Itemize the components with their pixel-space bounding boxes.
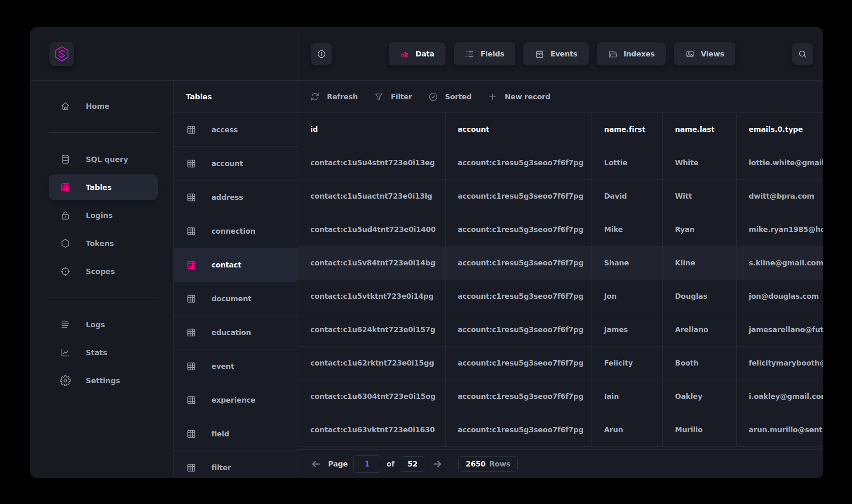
refresh-icon: [310, 91, 320, 102]
cell-account: account:c1resu5g3seoo7f6f7pg: [445, 380, 591, 413]
cell-emails-0-type: felicitymarybooth@gmail.com: [736, 347, 823, 380]
hexagon-icon: [60, 238, 71, 249]
cell-name-first: Jon: [591, 280, 662, 313]
cell-emails-0-type: s.kline@gmail.com: [736, 246, 823, 280]
row-count-badge: 2650 Rows: [458, 456, 518, 472]
cell-name-first: Mike: [591, 213, 662, 246]
column-header-account: account: [445, 113, 591, 146]
table-row[interactable]: contact:c1u5u4stnt723e0i13egaccount:c1re…: [298, 146, 823, 180]
chart-line-icon: [60, 347, 71, 358]
sidebar: HomeSQL queryTablesLoginsTokensScopesLog…: [30, 81, 173, 478]
table-name: field: [211, 430, 229, 438]
table-list-item-document[interactable]: document: [174, 282, 298, 316]
lock-open-icon: [60, 210, 71, 221]
tables-list: accessaccountaddressconnectioncontactdoc…: [174, 113, 298, 478]
app-window: DataFieldsEventsIndexesViews HomeSQL que…: [30, 27, 823, 478]
row-count-label: Rows: [489, 460, 510, 468]
sidebar-item-stats[interactable]: Stats: [49, 340, 158, 365]
cell-name-last: Witt: [662, 180, 736, 213]
tab-indexes[interactable]: Indexes: [597, 42, 666, 66]
sidebar-item-logins[interactable]: Logins: [49, 202, 158, 228]
cell-id: contact:c1u63vktnt723e0i1630: [298, 413, 445, 447]
table-list-item-field[interactable]: field: [174, 417, 298, 451]
tab-data[interactable]: Data: [389, 42, 446, 66]
tab-label: Events: [550, 50, 577, 58]
records-table: idaccountname.firstname.lastemails.0.typ…: [298, 113, 823, 447]
tab-fields[interactable]: Fields: [454, 42, 516, 66]
row-count: 2650: [466, 460, 486, 468]
table-row[interactable]: contact:c1u5uactnt723e0i13lgaccount:c1re…: [298, 180, 823, 213]
home-icon: [60, 101, 71, 112]
refresh-button[interactable]: Refresh: [310, 91, 358, 102]
table-grid-icon: [60, 182, 71, 193]
table-name: education: [211, 328, 251, 337]
tables-panel: Tables accessaccountaddressconnectioncon…: [173, 81, 298, 478]
table-list-item-contact[interactable]: contact: [174, 248, 298, 282]
of-label: of: [387, 460, 394, 468]
info-button[interactable]: [311, 43, 332, 65]
sidebar-item-scopes[interactable]: Scopes: [49, 258, 158, 284]
table-list-item-account[interactable]: account: [174, 147, 298, 181]
sidebar-item-settings[interactable]: Settings: [49, 368, 158, 393]
cell-account: account:c1resu5g3seoo7f6f7pg: [445, 280, 591, 313]
next-page-button[interactable]: [431, 457, 444, 471]
sidebar-item-label: Settings: [86, 376, 120, 385]
search-button[interactable]: [792, 43, 813, 65]
folder-open-icon: [608, 49, 618, 59]
table-grid-icon: [186, 429, 197, 439]
sorted-button[interactable]: Sorted: [428, 91, 472, 102]
search-icon: [798, 49, 807, 59]
table-row[interactable]: contact:c1u62rktnt723e0i15ggaccount:c1re…: [298, 347, 823, 380]
cell-name-last: Arellano: [662, 313, 736, 347]
table-row[interactable]: contact:c1u6304tnt723e0i15ogaccount:c1re…: [298, 380, 823, 413]
table-row[interactable]: contact:c1u624ktnt723e0i157gaccount:c1re…: [298, 313, 823, 347]
table-grid-icon: [186, 260, 197, 270]
cell-id: contact:c1u62rktnt723e0i15gg: [298, 347, 445, 380]
cell-name-last: White: [662, 146, 736, 180]
table-list-item-address[interactable]: address: [174, 181, 298, 214]
sidebar-item-label: Logins: [86, 211, 113, 220]
check-circle-icon: [428, 91, 439, 102]
table-name: filter: [211, 464, 231, 472]
table-list-item-filter[interactable]: filter: [174, 451, 298, 478]
previous-page-button[interactable]: [310, 457, 323, 471]
cell-name-first: Iain: [591, 380, 662, 413]
app-logo-button[interactable]: [49, 42, 74, 66]
table-grid-icon: [186, 124, 197, 135]
sidebar-item-sql-query[interactable]: SQL query: [49, 146, 158, 172]
sidebar-item-tokens[interactable]: Tokens: [49, 230, 158, 256]
sidebar-item-home[interactable]: Home: [49, 93, 158, 119]
gear-icon: [60, 375, 71, 386]
table-list-item-event[interactable]: event: [174, 349, 298, 383]
sidebar-item-logs[interactable]: Logs: [49, 312, 158, 337]
pagination-bar: Page of 52 2650 Rows: [298, 449, 823, 478]
sidebar-item-tables[interactable]: Tables: [49, 174, 158, 200]
current-page-input[interactable]: [353, 455, 381, 473]
cell-id: contact:c1u5u4stnt723e0i13eg: [298, 146, 445, 180]
cell-account: account:c1resu5g3seoo7f6f7pg: [445, 246, 591, 280]
tab-label: Fields: [481, 50, 505, 58]
column-header-id: id: [298, 113, 445, 146]
new-record-button[interactable]: New record: [487, 91, 550, 102]
table-grid-icon: [186, 327, 197, 338]
table-row[interactable]: contact:c1u5vtktnt723e0i14pgaccount:c1re…: [298, 280, 823, 313]
cell-account: account:c1resu5g3seoo7f6f7pg: [445, 313, 591, 347]
table-list-item-access[interactable]: access: [174, 113, 298, 147]
cell-name-first: David: [591, 180, 662, 213]
filter-button[interactable]: Filter: [373, 91, 412, 102]
table-row[interactable]: contact:c1u5v84tnt723e0i14bgaccount:c1re…: [298, 246, 823, 280]
tab-events[interactable]: Events: [523, 42, 588, 66]
table-list-item-experience[interactable]: experience: [174, 383, 298, 417]
table-list-item-education[interactable]: education: [174, 316, 298, 349]
sidebar-item-label: Tokens: [86, 239, 114, 248]
table-list-item-connection[interactable]: connection: [174, 214, 298, 248]
table-row[interactable]: contact:c1u5ud4tnt723e0i1400account:c1re…: [298, 213, 823, 246]
cell-name-last: Ryan: [662, 213, 736, 246]
tables-panel-title: Tables: [174, 81, 298, 113]
sidebar-divider: [49, 132, 158, 133]
screen: DataFieldsEventsIndexesViews HomeSQL que…: [0, 0, 852, 504]
table-name: experience: [211, 396, 256, 404]
toolbar-action-label: New record: [505, 93, 550, 101]
table-row[interactable]: contact:c1u63vktnt723e0i1630account:c1re…: [298, 413, 823, 447]
tab-views[interactable]: Views: [674, 42, 735, 66]
